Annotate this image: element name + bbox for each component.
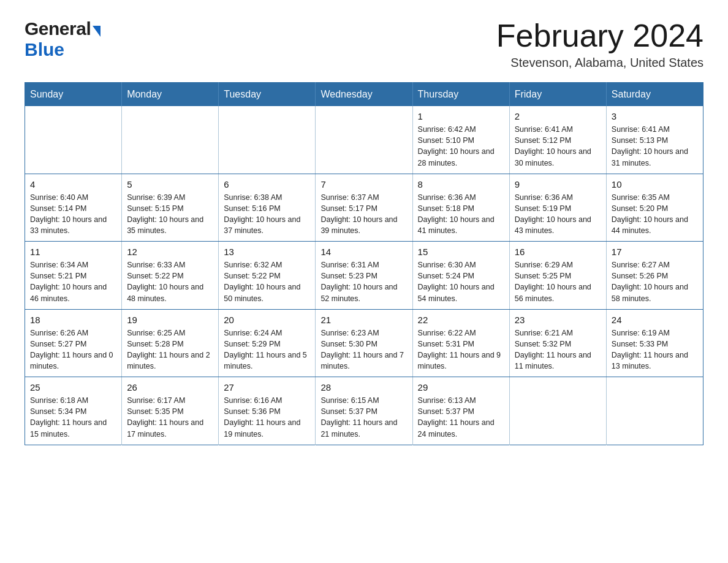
page-header: General Blue February 2024 Stevenson, Al… [25, 18, 703, 70]
calendar-cell: 1Sunrise: 6:42 AM Sunset: 5:10 PM Daylig… [412, 106, 509, 174]
calendar-cell: 19Sunrise: 6:25 AM Sunset: 5:28 PM Dayli… [122, 309, 219, 377]
day-number: 21 [320, 315, 407, 325]
day-number: 1 [418, 111, 504, 121]
weekday-header-row: SundayMondayTuesdayWednesdayThursdayFrid… [25, 83, 703, 107]
calendar-cell: 14Sunrise: 6:31 AM Sunset: 5:23 PM Dayli… [316, 242, 412, 310]
day-number: 10 [612, 179, 698, 190]
calendar-cell: 6Sunrise: 6:38 AM Sunset: 5:16 PM Daylig… [219, 174, 316, 242]
day-number: 11 [30, 247, 116, 257]
day-info: Sunrise: 6:16 AM Sunset: 5:36 PM Dayligh… [224, 395, 310, 440]
calendar-header: SundayMondayTuesdayWednesdayThursdayFrid… [25, 83, 703, 107]
day-info: Sunrise: 6:15 AM Sunset: 5:37 PM Dayligh… [320, 395, 407, 440]
calendar-cell: 17Sunrise: 6:27 AM Sunset: 5:26 PM Dayli… [606, 242, 703, 310]
weekday-header-friday: Friday [509, 83, 606, 107]
calendar-cell: 28Sunrise: 6:15 AM Sunset: 5:37 PM Dayli… [316, 377, 412, 445]
calendar-cell: 25Sunrise: 6:18 AM Sunset: 5:34 PM Dayli… [25, 377, 122, 445]
day-number: 17 [612, 247, 698, 257]
calendar-cell: 22Sunrise: 6:22 AM Sunset: 5:31 PM Dayli… [412, 309, 509, 377]
calendar-cell [316, 106, 412, 174]
day-number: 12 [127, 247, 213, 257]
day-number: 23 [515, 315, 601, 325]
logo-blue: Blue [25, 39, 64, 59]
day-info: Sunrise: 6:36 AM Sunset: 5:18 PM Dayligh… [418, 192, 504, 237]
day-info: Sunrise: 6:27 AM Sunset: 5:26 PM Dayligh… [612, 259, 698, 304]
day-number: 18 [30, 315, 116, 325]
day-number: 24 [612, 315, 698, 325]
month-title: February 2024 [496, 18, 703, 53]
day-info: Sunrise: 6:41 AM Sunset: 5:13 PM Dayligh… [612, 124, 698, 169]
day-number: 4 [30, 179, 116, 190]
calendar-week-row: 1Sunrise: 6:42 AM Sunset: 5:10 PM Daylig… [25, 106, 703, 174]
day-info: Sunrise: 6:23 AM Sunset: 5:30 PM Dayligh… [320, 327, 407, 372]
day-info: Sunrise: 6:30 AM Sunset: 5:24 PM Dayligh… [418, 259, 504, 304]
calendar-cell: 29Sunrise: 6:13 AM Sunset: 5:37 PM Dayli… [412, 377, 509, 445]
day-number: 29 [418, 382, 504, 393]
calendar-cell: 24Sunrise: 6:19 AM Sunset: 5:33 PM Dayli… [606, 309, 703, 377]
calendar-cell [25, 106, 122, 174]
calendar-cell: 21Sunrise: 6:23 AM Sunset: 5:30 PM Dayli… [316, 309, 412, 377]
calendar-week-row: 18Sunrise: 6:26 AM Sunset: 5:27 PM Dayli… [25, 309, 703, 377]
logo-triangle-icon [93, 26, 100, 37]
calendar-cell: 12Sunrise: 6:33 AM Sunset: 5:22 PM Dayli… [122, 242, 219, 310]
day-info: Sunrise: 6:18 AM Sunset: 5:34 PM Dayligh… [30, 395, 116, 440]
day-info: Sunrise: 6:26 AM Sunset: 5:27 PM Dayligh… [30, 327, 116, 372]
day-info: Sunrise: 6:35 AM Sunset: 5:20 PM Dayligh… [612, 192, 698, 237]
location-label: Stevenson, Alabama, United States [496, 56, 703, 70]
calendar-body: 1Sunrise: 6:42 AM Sunset: 5:10 PM Daylig… [25, 106, 703, 445]
calendar-cell: 20Sunrise: 6:24 AM Sunset: 5:29 PM Dayli… [219, 309, 316, 377]
calendar-cell: 15Sunrise: 6:30 AM Sunset: 5:24 PM Dayli… [412, 242, 509, 310]
weekday-header-wednesday: Wednesday [316, 83, 412, 107]
day-number: 27 [224, 382, 310, 393]
weekday-header-thursday: Thursday [412, 83, 509, 107]
calendar-week-row: 4Sunrise: 6:40 AM Sunset: 5:14 PM Daylig… [25, 174, 703, 242]
day-info: Sunrise: 6:24 AM Sunset: 5:29 PM Dayligh… [224, 327, 310, 372]
calendar-cell: 9Sunrise: 6:36 AM Sunset: 5:19 PM Daylig… [509, 174, 606, 242]
day-number: 2 [515, 111, 601, 121]
calendar-cell [219, 106, 316, 174]
calendar-cell: 16Sunrise: 6:29 AM Sunset: 5:25 PM Dayli… [509, 242, 606, 310]
day-number: 13 [224, 247, 310, 257]
title-section: February 2024 Stevenson, Alabama, United… [496, 18, 703, 70]
day-number: 9 [515, 179, 601, 190]
day-number: 15 [418, 247, 504, 257]
day-info: Sunrise: 6:25 AM Sunset: 5:28 PM Dayligh… [127, 327, 213, 372]
day-info: Sunrise: 6:38 AM Sunset: 5:16 PM Dayligh… [224, 192, 310, 237]
calendar-table: SundayMondayTuesdayWednesdayThursdayFrid… [25, 82, 703, 445]
day-info: Sunrise: 6:13 AM Sunset: 5:37 PM Dayligh… [418, 395, 504, 440]
day-info: Sunrise: 6:22 AM Sunset: 5:31 PM Dayligh… [418, 327, 504, 372]
day-number: 28 [320, 382, 407, 393]
calendar-cell [606, 377, 703, 445]
weekday-header-saturday: Saturday [606, 83, 703, 107]
day-info: Sunrise: 6:29 AM Sunset: 5:25 PM Dayligh… [515, 259, 601, 304]
day-number: 20 [224, 315, 310, 325]
calendar-cell: 23Sunrise: 6:21 AM Sunset: 5:32 PM Dayli… [509, 309, 606, 377]
weekday-header-tuesday: Tuesday [219, 83, 316, 107]
day-number: 8 [418, 179, 504, 190]
calendar-cell: 3Sunrise: 6:41 AM Sunset: 5:13 PM Daylig… [606, 106, 703, 174]
calendar-cell: 2Sunrise: 6:41 AM Sunset: 5:12 PM Daylig… [509, 106, 606, 174]
day-info: Sunrise: 6:17 AM Sunset: 5:35 PM Dayligh… [127, 395, 213, 440]
calendar-week-row: 11Sunrise: 6:34 AM Sunset: 5:21 PM Dayli… [25, 242, 703, 310]
logo-general: General [25, 18, 91, 39]
calendar-cell: 7Sunrise: 6:37 AM Sunset: 5:17 PM Daylig… [316, 174, 412, 242]
day-info: Sunrise: 6:37 AM Sunset: 5:17 PM Dayligh… [320, 192, 407, 237]
day-number: 19 [127, 315, 213, 325]
day-number: 7 [320, 179, 407, 190]
day-info: Sunrise: 6:36 AM Sunset: 5:19 PM Dayligh… [515, 192, 601, 237]
day-number: 26 [127, 382, 213, 393]
calendar-cell: 11Sunrise: 6:34 AM Sunset: 5:21 PM Dayli… [25, 242, 122, 310]
day-number: 6 [224, 179, 310, 190]
calendar-cell: 10Sunrise: 6:35 AM Sunset: 5:20 PM Dayli… [606, 174, 703, 242]
day-number: 16 [515, 247, 601, 257]
calendar-week-row: 25Sunrise: 6:18 AM Sunset: 5:34 PM Dayli… [25, 377, 703, 445]
weekday-header-sunday: Sunday [25, 83, 122, 107]
day-number: 3 [612, 111, 698, 121]
day-info: Sunrise: 6:42 AM Sunset: 5:10 PM Dayligh… [418, 124, 504, 169]
calendar-cell: 18Sunrise: 6:26 AM Sunset: 5:27 PM Dayli… [25, 309, 122, 377]
day-number: 14 [320, 247, 407, 257]
logo: General Blue [25, 18, 100, 60]
calendar-cell [509, 377, 606, 445]
calendar-cell: 4Sunrise: 6:40 AM Sunset: 5:14 PM Daylig… [25, 174, 122, 242]
calendar-cell: 26Sunrise: 6:17 AM Sunset: 5:35 PM Dayli… [122, 377, 219, 445]
day-info: Sunrise: 6:39 AM Sunset: 5:15 PM Dayligh… [127, 192, 213, 237]
